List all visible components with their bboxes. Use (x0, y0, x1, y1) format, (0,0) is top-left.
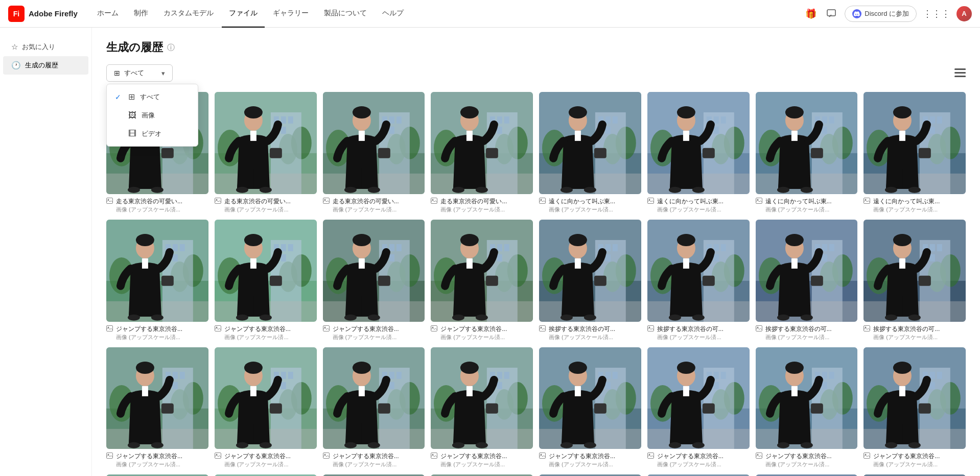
image-card[interactable]: 遠くに向かって叫ぶ東... 画像 (アップスケール済... (864, 92, 966, 213)
image-card[interactable]: ジャンプする東京渋谷... 画像 (アップスケール済... (864, 347, 966, 469)
gift-icon[interactable]: 🎁 (804, 7, 818, 21)
image-card[interactable]: 挨拶する東京渋谷の可... 画像 (アップスケール済... (756, 220, 858, 341)
image-card[interactable]: 挨拶する東京渋谷の可... 画像 (アップスケール済... (864, 220, 966, 341)
svg-rect-275 (721, 244, 726, 251)
image-card[interactable]: ジャンプする東京渋谷... 画像 (アップスケール済... (323, 220, 425, 341)
svg-point-383 (367, 442, 380, 448)
image-card[interactable]: 挨拶する東京渋谷の可... 画像 (アップスケール済... (539, 220, 641, 341)
svg-point-103 (584, 187, 596, 193)
svg-rect-104 (594, 148, 606, 158)
svg-rect-244 (486, 276, 498, 286)
sidebar-item-favorites[interactable]: ☆お気に入り (3, 38, 88, 56)
image-card[interactable]: 走る東京渋谷の可愛い... 画像 (アップスケール済... (215, 92, 317, 213)
sidebar-icon-favorites: ☆ (11, 42, 18, 52)
header-right: 🎁 Discord に参加 ⋮⋮⋮ A (804, 6, 972, 22)
image-thumbnail (539, 347, 641, 449)
apps-grid-icon[interactable]: ⋮⋮⋮ (923, 8, 950, 19)
dropdown-item-image[interactable]: 🖼画像 (107, 106, 198, 125)
image-meta-text: ジャンプする東京渋谷... 画像 (アップスケール済... (333, 325, 425, 341)
image-title: ジャンプする東京渋谷... (873, 452, 966, 461)
svg-rect-417 (605, 382, 611, 389)
image-card[interactable]: 遠くに向かって叫ぶ東... 画像 (アップスケール済... (756, 92, 858, 213)
image-title: ジャンプする東京渋谷... (116, 325, 208, 334)
image-card[interactable]: ジャンプする東京渋谷... 画像 (アップスケール済... (431, 347, 533, 469)
image-card[interactable]: ジャンプする東京渋谷... 画像 (アップスケール済... (106, 347, 208, 469)
sidebar: ☆お気に入り🕐生成の履歴 (0, 28, 92, 476)
image-type-icon (539, 198, 546, 205)
svg-rect-2 (954, 72, 966, 74)
image-subtitle: 画像 (アップスケール済... (657, 334, 750, 341)
view-toggle[interactable] (954, 68, 966, 78)
svg-rect-154 (930, 116, 935, 124)
image-meta-text: ジャンプする東京渋谷... 画像 (アップスケール済... (333, 452, 425, 468)
filter-dropdown-button[interactable]: ⊞ すべて ▾ (106, 64, 173, 82)
svg-rect-64 (378, 148, 390, 158)
svg-rect-401 (466, 386, 473, 396)
image-type-icon (106, 453, 113, 460)
image-type-icon (323, 325, 330, 333)
dropdown-item-video[interactable]: 🎞ビデオ (107, 125, 198, 143)
image-card[interactable]: 走る東京渋谷の可愛い... 画像 (アップスケール済... (431, 92, 533, 213)
image-card[interactable]: 走る東京渋谷の可愛い... 画像 (アップスケール済... (323, 92, 425, 213)
image-card[interactable]: ジャンプする東京渋谷... 画像 (アップスケール済... (647, 347, 750, 469)
image-card[interactable]: 遠くに向かって叫ぶ東... 画像 (アップスケール済... (539, 92, 641, 213)
image-card[interactable]: 遠くに向かって叫ぶ東... 画像 (アップスケール済... (647, 92, 750, 213)
image-card[interactable]: ジャンプする東京渋谷... 画像 (アップスケール済... (756, 347, 858, 469)
option-icon-all: ⊞ (128, 92, 135, 102)
page-title: 生成の履歴 (106, 40, 163, 55)
image-card[interactable]: ジャンプする東京渋谷... 画像 (アップスケール済... (431, 220, 533, 341)
nav-item-home[interactable]: ホーム (90, 0, 126, 28)
nav-item-create[interactable]: 制作 (127, 0, 155, 28)
svg-rect-214 (389, 244, 394, 251)
image-meta: 遠くに向かって叫ぶ東... 画像 (アップスケール済... (756, 197, 858, 213)
svg-point-182 (128, 315, 140, 321)
image-title: 走る東京渋谷の可愛い... (224, 197, 317, 206)
svg-point-483 (908, 442, 921, 448)
svg-point-23 (151, 187, 164, 193)
image-type-icon (106, 325, 113, 333)
dropdown-item-all[interactable]: ✓⊞すべて (107, 87, 198, 106)
nav-item-product[interactable]: 製品について (317, 0, 374, 28)
svg-point-420 (569, 361, 587, 373)
image-thumbnail (756, 347, 858, 449)
user-avatar[interactable]: A (956, 6, 972, 21)
svg-rect-55 (396, 116, 401, 124)
chat-icon[interactable] (824, 7, 838, 21)
sidebar-item-history[interactable]: 🕐生成の履歴 (3, 56, 88, 75)
svg-point-440 (677, 361, 695, 373)
info-icon[interactable]: ⓘ (167, 43, 175, 53)
nav-item-gallery[interactable]: ギャラリー (266, 0, 316, 28)
svg-rect-481 (899, 386, 905, 396)
image-meta-text: 遠くに向かって叫ぶ東... 画像 (アップスケール済... (873, 197, 966, 213)
nav-item-help[interactable]: ヘルプ (375, 0, 411, 28)
page-title-row: 生成の履歴 ⓘ (106, 40, 966, 55)
svg-rect-377 (389, 382, 394, 389)
image-card[interactable]: ジャンプする東京渋谷... 画像 (アップスケール済... (215, 220, 317, 341)
svg-rect-3 (954, 76, 966, 77)
svg-point-142 (777, 187, 789, 193)
logo-area[interactable]: Fi Adobe Firefly (8, 6, 78, 22)
svg-rect-455 (829, 371, 834, 378)
svg-rect-321 (899, 258, 905, 269)
image-title: ジャンプする東京渋谷... (765, 452, 858, 461)
svg-rect-197 (281, 254, 286, 261)
image-subtitle: 画像 (アップスケール済... (549, 206, 641, 213)
svg-rect-441 (683, 386, 689, 396)
check-icon: ✓ (115, 93, 123, 101)
nav-item-file[interactable]: ファイル (222, 0, 265, 28)
svg-rect-261 (575, 258, 581, 269)
svg-point-162 (885, 187, 897, 193)
option-label-all: すべて (140, 92, 160, 102)
image-type-icon (215, 453, 221, 460)
image-subtitle: 画像 (アップスケール済... (657, 461, 750, 468)
image-card[interactable]: 挨拶する東京渋谷の可... 画像 (アップスケール済... (647, 220, 750, 341)
image-card[interactable]: ジャンプする東京渋谷... 画像 (アップスケール済... (539, 347, 641, 469)
image-card[interactable]: ジャンプする東京渋谷... 画像 (アップスケール済... (215, 347, 317, 469)
nav-item-custom_model[interactable]: カスタムモデル (156, 0, 221, 28)
discord-button[interactable]: Discord に参加 (845, 6, 917, 22)
image-card[interactable]: ジャンプする東京渋谷... 画像 (アップスケール済... (323, 347, 425, 469)
svg-rect-164 (919, 148, 931, 158)
image-card[interactable]: ジャンプする東京渋谷... 画像 (アップスケール済... (106, 220, 208, 341)
image-thumbnail (431, 347, 533, 449)
svg-rect-134 (822, 116, 827, 124)
